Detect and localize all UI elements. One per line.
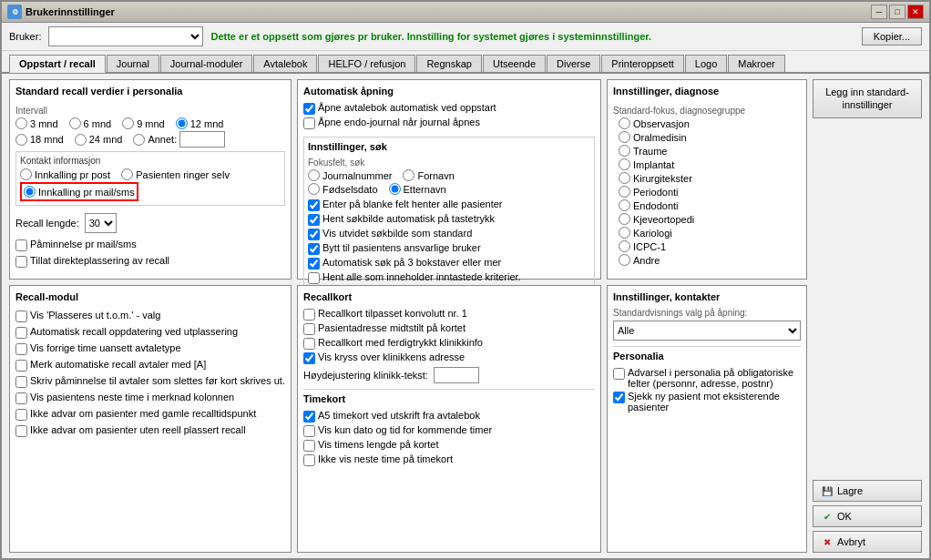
recallkort-midtstilt-cb[interactable]: Pasientadresse midtstilt på kortet bbox=[303, 322, 595, 335]
bytt-pasient-cb[interactable]: Bytt til pasientens ansvarlige bruker bbox=[308, 242, 590, 255]
timekort-lengde-cb[interactable]: Vis timens lengde på kortet bbox=[303, 439, 595, 452]
paaminnelse-cb[interactable]: Påminnelse pr mail/sms bbox=[15, 239, 285, 251]
pasienten-ringer[interactable]: Pasienten ringer selv bbox=[121, 168, 230, 180]
hoyde-input[interactable] bbox=[434, 367, 479, 383]
fokusfelt-etternavn[interactable]: Etternavn bbox=[389, 183, 446, 195]
interval-18mnd[interactable]: 18 mnd bbox=[15, 134, 64, 146]
interval-annet[interactable]: Annet: bbox=[133, 131, 225, 148]
interval-row1: 3 mnd 6 mnd 9 mnd 12 mnd bbox=[15, 117, 285, 129]
recall-merk-auto-cb[interactable]: Merk automatiske recall avtaler med [A] bbox=[15, 359, 285, 372]
recall-forrige-time-cb[interactable]: Vis forrige time uansett avtaletype bbox=[15, 342, 285, 355]
timekort-a5-cb[interactable]: A5 timekort ved utskrift fra avtalebok bbox=[303, 410, 595, 423]
tab-diverse[interactable]: Diverse bbox=[547, 55, 600, 72]
lagre-icon: 💾 bbox=[821, 484, 834, 497]
kontakter-dropdown[interactable]: Alle bbox=[613, 321, 801, 341]
maximize-button[interactable]: □ bbox=[889, 5, 905, 19]
diag-endodonti[interactable]: Endodonti bbox=[619, 199, 801, 211]
fokusfelt-fodselsdato[interactable]: Fødselsdato bbox=[308, 183, 378, 195]
window-icon: ⚙ bbox=[7, 5, 22, 19]
close-button[interactable]: ✕ bbox=[907, 5, 924, 19]
std-settings-button[interactable]: Legg inn standard- innstillinger bbox=[813, 79, 922, 118]
recall-ikke-advar-gamle-cb[interactable]: Ikke advar om pasienter med gamle recall… bbox=[15, 408, 285, 421]
sok-checkboxes: Enter på blanke felt henter alle pasient… bbox=[308, 199, 590, 284]
direkteplassering-cb[interactable]: Tillat direkteplassering av recall bbox=[15, 255, 285, 268]
hent-sokbilde-cb[interactable]: Hent søkbilde automatisk på tastetrykk bbox=[308, 213, 590, 226]
interval-3mnd[interactable]: 3 mnd bbox=[15, 117, 58, 129]
apne-avtalebok-cb[interactable]: Åpne avtalebok automatisk ved oppstart bbox=[303, 102, 595, 115]
personalia-advarsel-cb[interactable]: Advarsel i personalia på obligatoriske f… bbox=[613, 367, 801, 389]
diag-traume[interactable]: Traume bbox=[619, 145, 801, 157]
tab-printeroppsett[interactable]: Printeroppsett bbox=[601, 55, 683, 72]
tab-utseende[interactable]: Utseende bbox=[483, 55, 546, 72]
auto-sok-cb[interactable]: Automatisk søk på 3 bokstaver eller mer bbox=[308, 257, 590, 270]
tab-oppstart-recall[interactable]: Oppstart / recall bbox=[9, 55, 106, 73]
recallkort-kryss-cb[interactable]: Vis kryss over klinikkens adresse bbox=[303, 351, 595, 364]
recall-ikke-advar-reell-cb[interactable]: Ikke advar om pasienter uten reell plass… bbox=[15, 424, 285, 437]
recall-skriv-paaminnelse-cb[interactable]: Skriv påminnelse til avtaler som slettes… bbox=[15, 375, 285, 388]
diag-kjeveortopedi[interactable]: Kjeveortopedi bbox=[619, 213, 801, 225]
innkalling-post[interactable]: Innkalling pr post bbox=[20, 168, 110, 180]
recall-auto-oppdatering-cb[interactable]: Automatisk recall oppdatering ved utplas… bbox=[15, 326, 285, 339]
diag-periodonti[interactable]: Periodonti bbox=[619, 186, 801, 198]
tab-regnskap[interactable]: Regnskap bbox=[416, 55, 482, 72]
diag-observasjon[interactable]: Observasjon bbox=[619, 117, 801, 129]
recallkort-konvolutt-cb[interactable]: Recallkort tilpasset konvolutt nr. 1 bbox=[303, 308, 595, 321]
timekort-ikke-vis-cb[interactable]: Ikke vis neste time på timekort bbox=[303, 453, 595, 466]
innkalling-mail[interactable]: Innkalling pr mail/sms bbox=[20, 182, 138, 201]
kontakt-title: Kontakt informasjon bbox=[20, 156, 281, 166]
diag-implantat[interactable]: Implantat bbox=[619, 158, 801, 170]
fokusfelt-fornavn[interactable]: Fornavn bbox=[403, 169, 454, 181]
annet-input[interactable] bbox=[179, 131, 225, 148]
recall-plasseres-cb[interactable]: Vis 'Plasseres ut t.o.m.' - valg bbox=[15, 310, 285, 322]
ok-button[interactable]: ✔ OK bbox=[813, 505, 922, 527]
tab-journal[interactable]: Journal bbox=[107, 55, 159, 72]
bottom-row: Recall-modul Vis 'Plasseres ut t.o.m.' -… bbox=[9, 285, 807, 553]
right-panel: Legg inn standard- innstillinger 💾 Lagre… bbox=[813, 79, 922, 553]
user-dropdown[interactable] bbox=[48, 26, 203, 46]
fokusfelt-row1: Journalnummer Fornavn bbox=[308, 169, 590, 181]
tab-journal-moduler[interactable]: Journal-moduler bbox=[160, 55, 252, 72]
diag-oralmedisin[interactable]: Oralmedisin bbox=[619, 131, 801, 143]
interval-12mnd[interactable]: 12 mnd bbox=[176, 117, 224, 129]
timekort-section: Timekort A5 timekort ved utskrift fra av… bbox=[303, 389, 595, 468]
fokusfelt-journal[interactable]: Journalnummer bbox=[308, 169, 392, 181]
lagre-label: Lagre bbox=[837, 485, 863, 496]
tab-avtalebok[interactable]: Avtalebok bbox=[253, 55, 317, 72]
recallkort-timekort-panel: Recallkort Recallkort tilpasset konvolut… bbox=[297, 285, 601, 553]
tab-helfo[interactable]: HELFO / refusjon bbox=[318, 55, 415, 72]
personalia-sjekk-cb[interactable]: Sjekk ny pasient mot eksisterende pasien… bbox=[613, 391, 801, 412]
innstillinger-diagnose-panel: Innstillinger, diagnose Standard-fokus, … bbox=[607, 79, 807, 280]
tab-makroer[interactable]: Makroer bbox=[728, 55, 784, 72]
vis-utvidet-cb[interactable]: Vis utvidet søkbilde som standard bbox=[308, 228, 590, 240]
lagre-button[interactable]: 💾 Lagre bbox=[813, 480, 922, 502]
personalia-title: Personalia bbox=[613, 351, 801, 361]
kontakter-title: Innstillinger, kontakter bbox=[613, 291, 801, 302]
kopier-button[interactable]: Kopier... bbox=[862, 27, 922, 46]
apne-endo-cb[interactable]: Åpne endo-journal når journal åpnes bbox=[303, 117, 595, 129]
avbryt-label: Avbryt bbox=[837, 536, 865, 547]
avbryt-button[interactable]: ✖ Avbryt bbox=[813, 531, 922, 553]
interval-6mnd[interactable]: 6 mnd bbox=[69, 117, 112, 129]
spacer bbox=[813, 122, 922, 476]
minimize-button[interactable]: ─ bbox=[871, 5, 887, 19]
ok-label: OK bbox=[837, 511, 852, 522]
hent-alle-cb[interactable]: Hent alle som inneholder inntastede krit… bbox=[308, 271, 590, 284]
title-bar-buttons: ─ □ ✕ bbox=[871, 5, 924, 19]
recall-lengde-label: Recall lengde: bbox=[15, 218, 79, 229]
interval-9mnd[interactable]: 9 mnd bbox=[122, 117, 165, 129]
diag-icpc1[interactable]: ICPC-1 bbox=[619, 240, 801, 252]
timekort-dato-cb[interactable]: Vis kun dato og tid for kommende timer bbox=[303, 424, 595, 437]
recallkort-ferdigtrykt-cb[interactable]: Recallkort med ferdigtrykkt klinikkinfo bbox=[303, 337, 595, 350]
action-buttons: 💾 Lagre ✔ OK ✖ Avbryt bbox=[813, 480, 922, 553]
diag-kariologi[interactable]: Kariologi bbox=[619, 227, 801, 239]
timekort-title: Timekort bbox=[303, 393, 595, 404]
recall-vis-neste-time-cb[interactable]: Vis pasientens neste time i merknad kolo… bbox=[15, 392, 285, 404]
ok-icon: ✔ bbox=[821, 510, 834, 523]
diag-andre[interactable]: Andre bbox=[619, 254, 801, 266]
enter-blanke-cb[interactable]: Enter på blanke felt henter alle pasient… bbox=[308, 199, 590, 211]
diag-kirurgitekster[interactable]: Kirurgitekster bbox=[619, 172, 801, 184]
tab-logo[interactable]: Logo bbox=[685, 55, 727, 72]
interval-24mnd[interactable]: 24 mnd bbox=[75, 134, 123, 146]
recall-lengde-dropdown[interactable]: 30 bbox=[85, 213, 117, 233]
automatisk-apning-section: Automatisk åpning Åpne avtalebok automat… bbox=[303, 86, 595, 131]
